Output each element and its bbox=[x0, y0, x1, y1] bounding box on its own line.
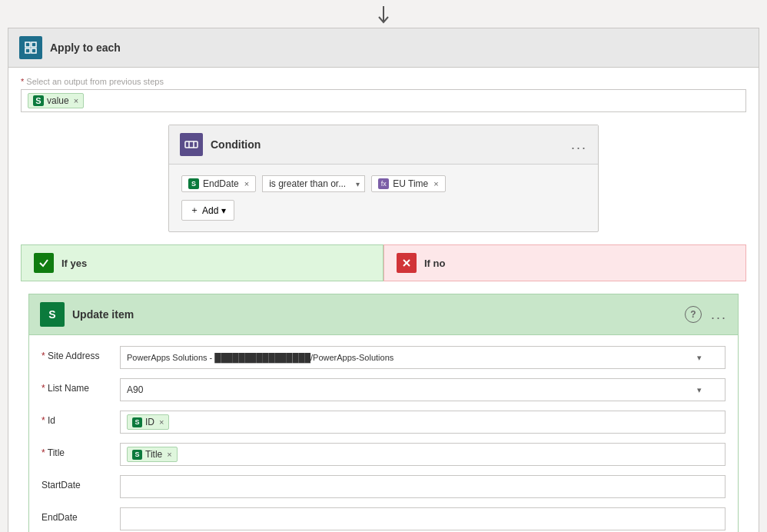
x-icon bbox=[397, 253, 417, 273]
update-item-block: S Update item ? ... Site Address bbox=[28, 294, 739, 532]
apply-each-body: Select an output from previous steps S v… bbox=[8, 68, 759, 532]
checkmark-icon bbox=[34, 253, 54, 273]
title-token: S Title × bbox=[127, 447, 178, 462]
page-wrapper: Apply to each Select an output from prev… bbox=[0, 0, 767, 532]
site-address-arrow-icon: ▾ bbox=[697, 353, 702, 363]
site-address-value: PowerApps Solutions - ████████████████/P… bbox=[127, 353, 393, 362]
dropdown-arrow-icon: ▾ bbox=[356, 180, 360, 188]
list-name-value: A90 bbox=[127, 384, 143, 395]
condition-header: Condition ... bbox=[169, 125, 598, 165]
if-no-label: If no bbox=[424, 258, 445, 269]
end-date-close[interactable]: × bbox=[244, 179, 249, 188]
start-date-label: StartDate bbox=[42, 475, 111, 490]
eu-time-cond-token: fx EU Time × bbox=[371, 175, 445, 192]
start-date-input[interactable] bbox=[120, 475, 725, 498]
list-name-input[interactable]: A90 ▾ bbox=[120, 378, 725, 401]
output-token-input[interactable]: S value × bbox=[21, 89, 746, 112]
id-token-field[interactable]: S ID × bbox=[120, 411, 725, 434]
token-icon: S bbox=[33, 95, 44, 106]
id-token-icon: S bbox=[132, 417, 142, 427]
condition-icon bbox=[180, 133, 203, 156]
if-no-branch: If no bbox=[384, 244, 746, 281]
condition-wrapper: Condition ... S EndDate × bbox=[21, 112, 746, 244]
condition-row: S EndDate × is greater than or... ▾ bbox=[181, 175, 586, 192]
site-address-row: Site Address PowerApps Solutions - █████… bbox=[42, 346, 725, 369]
site-address-select[interactable]: PowerApps Solutions - ████████████████/P… bbox=[120, 346, 725, 369]
svg-rect-4 bbox=[32, 48, 36, 53]
apply-each-block: Apply to each Select an output from prev… bbox=[8, 28, 759, 532]
update-item-icon: S bbox=[40, 302, 65, 327]
apply-each-title: Apply to each bbox=[50, 42, 121, 54]
end-date-row: EndDate bbox=[42, 507, 725, 530]
spacer bbox=[21, 281, 746, 294]
id-input[interactable]: S ID × bbox=[120, 411, 725, 434]
title-token-label: Title bbox=[145, 449, 162, 460]
condition-ellipsis-btn[interactable]: ... bbox=[571, 137, 587, 153]
if-yes-label: If yes bbox=[61, 258, 87, 269]
list-name-row: List Name A90 ▾ bbox=[42, 378, 725, 401]
end-date-label: EndDate bbox=[42, 507, 111, 523]
header-actions: ? ... bbox=[685, 306, 727, 323]
id-label: Id bbox=[42, 411, 111, 426]
if-yes-branch: If yes bbox=[21, 244, 384, 281]
list-name-select[interactable]: A90 ▾ bbox=[120, 378, 725, 401]
id-token-close[interactable]: × bbox=[159, 417, 164, 427]
list-name-arrow-icon: ▾ bbox=[697, 385, 702, 395]
end-date-field[interactable] bbox=[120, 507, 725, 530]
title-label: Title bbox=[42, 443, 111, 458]
update-ellipsis-btn[interactable]: ... bbox=[711, 307, 727, 323]
help-btn[interactable]: ? bbox=[685, 306, 702, 323]
start-date-field[interactable] bbox=[120, 475, 725, 498]
form-body: Site Address PowerApps Solutions - █████… bbox=[29, 335, 738, 532]
site-address-input[interactable]: PowerApps Solutions - ████████████████/P… bbox=[120, 346, 725, 369]
add-label: Add bbox=[202, 205, 218, 216]
operator-value: is greater than or... bbox=[269, 178, 346, 189]
title-token-close[interactable]: × bbox=[167, 450, 171, 459]
eu-time-label: EU Time bbox=[393, 178, 428, 189]
add-chevron-icon: ▾ bbox=[221, 205, 226, 216]
eu-time-close[interactable]: × bbox=[433, 179, 438, 188]
add-plus-icon: ＋ bbox=[190, 204, 199, 217]
site-address-label: Site Address bbox=[42, 346, 111, 361]
apply-each-header: Apply to each bbox=[8, 28, 759, 68]
id-row: Id S ID × bbox=[42, 411, 725, 434]
update-item-header-left: S Update item bbox=[40, 302, 134, 327]
svg-rect-1 bbox=[25, 42, 30, 47]
update-item-header: S Update item ? ... bbox=[29, 294, 738, 335]
end-date-input[interactable] bbox=[120, 507, 725, 530]
title-token-field[interactable]: S Title × bbox=[120, 443, 725, 466]
svg-rect-3 bbox=[25, 48, 30, 53]
top-arrow bbox=[0, 0, 767, 28]
condition-header-left: Condition bbox=[180, 133, 261, 156]
branches-row: If yes If no bbox=[21, 244, 746, 281]
add-condition-btn[interactable]: ＋ Add ▾ bbox=[181, 200, 234, 221]
svg-rect-2 bbox=[32, 42, 36, 47]
end-date-token-icon: S bbox=[188, 178, 199, 189]
update-item-title: Update item bbox=[72, 308, 134, 321]
token-label: value bbox=[47, 95, 69, 106]
condition-title: Condition bbox=[211, 138, 261, 151]
value-token: S value × bbox=[28, 93, 84, 108]
title-token-icon: S bbox=[132, 450, 142, 460]
output-label: Select an output from previous steps bbox=[21, 77, 746, 86]
end-date-label: EndDate bbox=[203, 178, 239, 189]
title-row: Title S Title × bbox=[42, 443, 725, 466]
start-date-row: StartDate bbox=[42, 475, 725, 498]
id-token: S ID × bbox=[127, 414, 169, 430]
svg-rect-5 bbox=[185, 141, 198, 148]
eu-time-token-icon: fx bbox=[378, 178, 389, 189]
condition-block: Condition ... S EndDate × bbox=[168, 125, 599, 232]
id-token-label: ID bbox=[145, 417, 154, 427]
token-close[interactable]: × bbox=[74, 96, 78, 105]
end-date-cond-token: S EndDate × bbox=[181, 175, 256, 192]
title-input[interactable]: S Title × bbox=[120, 443, 725, 466]
list-name-label: List Name bbox=[42, 378, 111, 394]
operator-dropdown[interactable]: is greater than or... ▾ bbox=[262, 175, 365, 192]
condition-body: S EndDate × is greater than or... ▾ bbox=[169, 165, 598, 231]
apply-each-icon bbox=[19, 36, 42, 59]
